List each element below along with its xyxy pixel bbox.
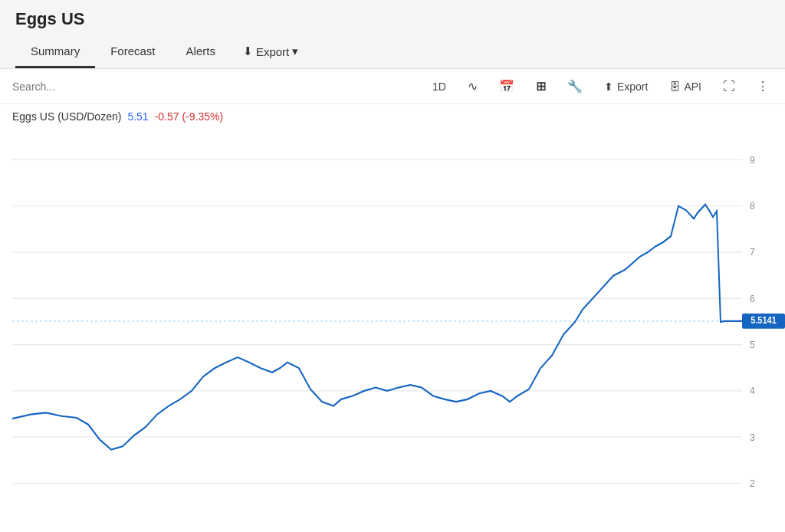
- timeframe-button[interactable]: 1D: [429, 78, 450, 95]
- tab-alerts[interactable]: Alerts: [171, 37, 231, 68]
- tab-forecast[interactable]: Forecast: [95, 37, 170, 68]
- fullscreen-button[interactable]: ⛶: [719, 77, 739, 96]
- more-options-button[interactable]: ⋮: [753, 77, 773, 96]
- settings-button[interactable]: 🔧: [563, 77, 586, 96]
- tab-bar: Summary Forecast Alerts ⬇ Export ▾: [15, 37, 770, 68]
- svg-text:3: 3: [750, 432, 755, 443]
- export-button[interactable]: ⬆ Export: [600, 78, 652, 95]
- expand-icon: ⛶: [723, 80, 735, 94]
- svg-text:8: 8: [750, 201, 755, 212]
- plus-icon: ⊞: [536, 79, 546, 94]
- page-title: Eggs US: [15, 9, 770, 29]
- svg-text:2: 2: [750, 478, 755, 489]
- svg-text:5: 5: [750, 340, 755, 351]
- svg-text:6: 6: [750, 293, 755, 304]
- tab-export[interactable]: ⬇ Export ▾: [231, 37, 310, 68]
- download-icon: ⬇: [243, 44, 253, 58]
- svg-text:9: 9: [750, 154, 755, 166]
- app-container: Eggs US Summary Forecast Alerts ⬇ Export…: [0, 0, 785, 532]
- more-vert-icon: ⋮: [757, 79, 769, 94]
- chart-svg: 9 8 7 6 5.5141 5 4: [0, 129, 785, 532]
- tab-summary[interactable]: Summary: [15, 37, 95, 68]
- chart-area[interactable]: 9 8 7 6 5.5141 5 4: [0, 129, 785, 532]
- wrench-icon: 🔧: [567, 79, 583, 94]
- add-indicator-button[interactable]: ⊞: [532, 77, 550, 96]
- svg-text:7: 7: [750, 247, 755, 258]
- chart-toolbar: 1D ∿ 📅 ⊞ 🔧 ⬆ Export: [0, 69, 785, 104]
- calendar-button[interactable]: 📅: [495, 77, 518, 96]
- toolbar-group: 1D ∿ 📅 ⊞ 🔧 ⬆ Export: [429, 77, 773, 96]
- api-button[interactable]: 🗄 API: [665, 78, 705, 95]
- instrument-label: Eggs US (USD/Dozen): [12, 110, 121, 123]
- cloud-upload-icon: ⬆: [604, 80, 613, 93]
- database-icon: 🗄: [669, 80, 680, 93]
- current-price: 5.51: [127, 110, 148, 123]
- chart-type-button[interactable]: ∿: [464, 77, 481, 96]
- price-change: -0.57 (-9.35%): [155, 110, 223, 123]
- svg-text:5.5141: 5.5141: [751, 316, 777, 326]
- search-input[interactable]: [12, 80, 104, 93]
- chart-info: Eggs US (USD/Dozen) 5.51 -0.57 (-9.35%): [0, 104, 785, 129]
- chevron-down-icon: ▾: [292, 44, 298, 58]
- svg-text:4: 4: [750, 386, 755, 397]
- page-header: Eggs US Summary Forecast Alerts ⬇ Export…: [0, 0, 785, 69]
- chart-panel: 1D ∿ 📅 ⊞ 🔧 ⬆ Export: [0, 69, 785, 532]
- calendar-icon: 📅: [499, 79, 514, 94]
- line-chart-icon: ∿: [468, 79, 478, 94]
